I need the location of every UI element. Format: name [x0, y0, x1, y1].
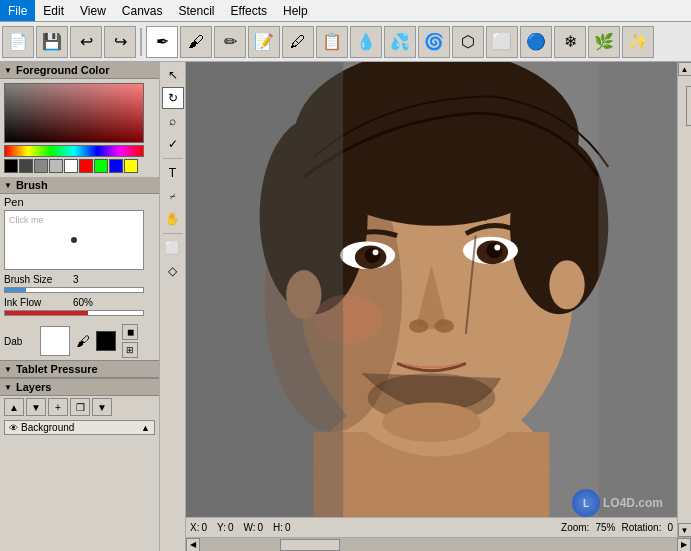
svg-point-18	[409, 319, 429, 333]
scroll-up-button[interactable]: ▲	[678, 62, 692, 76]
tool-transform[interactable]: ✓	[162, 133, 184, 155]
layer-move-down[interactable]: ▼	[26, 398, 46, 416]
tool-column: ↖ ↻ ⌕ ✓ T ⌿ ✋ ⬜ ◇	[160, 62, 186, 551]
tool-sep-2	[163, 233, 183, 234]
layer-item-background[interactable]: 👁 Background ▲	[4, 420, 155, 435]
brush-arrow: ▼	[4, 181, 12, 190]
toolbar-new[interactable]: 📄	[2, 26, 34, 58]
svg-point-19	[434, 319, 454, 333]
zoom-info: Zoom: 75% Rotation: 0	[561, 522, 673, 533]
swatch-yellow[interactable]	[124, 159, 138, 173]
brush-name: Pen	[4, 196, 155, 208]
layer-new[interactable]: +	[48, 398, 68, 416]
layer-menu[interactable]: ▼	[92, 398, 112, 416]
dab-brush-icon[interactable]: 🖌	[76, 333, 90, 349]
toolbar-fill[interactable]: 🔵	[520, 26, 552, 58]
swatch-black[interactable]	[4, 159, 18, 173]
scroll-thumb[interactable]	[686, 86, 692, 126]
swatch-gray[interactable]	[34, 159, 48, 173]
tool-knife[interactable]: ⌿	[162, 185, 184, 207]
layers-arrow: ▼	[4, 383, 12, 392]
swatch-lightgray[interactable]	[49, 159, 63, 173]
toolbar-smudge[interactable]: 💦	[384, 26, 416, 58]
dab-color-box[interactable]	[96, 331, 116, 351]
toolbar-pencil[interactable]: 📝	[248, 26, 280, 58]
brush-size-label: Brush Size	[4, 274, 69, 285]
swatch-green[interactable]	[94, 159, 108, 173]
rotation-label: Rotation:	[621, 522, 661, 533]
dab-option-2[interactable]: ⊞	[122, 342, 138, 358]
brush-section-header[interactable]: ▼ Brush	[0, 177, 159, 194]
tool-hand[interactable]: ✋	[162, 208, 184, 230]
tool-rotate[interactable]: ↻	[162, 87, 184, 109]
ink-flow-slider[interactable]	[4, 310, 144, 316]
svg-point-21	[382, 403, 480, 442]
menu-edit[interactable]: Edit	[35, 0, 72, 21]
toolbar-blur[interactable]: 🌀	[418, 26, 450, 58]
canvas-with-scroll: L LO4D.com X: 0 Y: 0 W	[186, 62, 691, 537]
toolbar-nature[interactable]: 🌿	[588, 26, 620, 58]
dab-preview[interactable]	[40, 326, 70, 356]
toolbar-freeze[interactable]: ❄	[554, 26, 586, 58]
swatch-blue[interactable]	[109, 159, 123, 173]
foreground-color-area	[0, 79, 159, 177]
swatch-darkgray[interactable]	[19, 159, 33, 173]
layer-move-up[interactable]: ▲	[4, 398, 24, 416]
menu-file[interactable]: File	[0, 0, 35, 21]
menu-canvas[interactable]: Canvas	[114, 0, 171, 21]
tablet-pressure-header[interactable]: ▼ Tablet Pressure	[0, 360, 159, 378]
status-y-value: 0	[228, 522, 234, 533]
color-gradient[interactable]	[4, 83, 144, 143]
status-w-value: 0	[258, 522, 264, 533]
toolbar-dodge[interactable]: ⬡	[452, 26, 484, 58]
menu-help[interactable]: Help	[275, 0, 316, 21]
tool-rect[interactable]: ⬜	[162, 237, 184, 259]
toolbar-brush[interactable]: 🖌	[180, 26, 212, 58]
menu-effects[interactable]: Effects	[223, 0, 275, 21]
toolbar-ink[interactable]: 🖊	[282, 26, 314, 58]
foreground-color-header[interactable]: ▼ Foreground Color	[0, 62, 159, 79]
color-spectrum[interactable]	[4, 145, 144, 157]
brush-preview[interactable]: Click me	[4, 210, 144, 270]
layer-copy[interactable]: ❒	[70, 398, 90, 416]
toolbar-airbrush[interactable]: ✏	[214, 26, 246, 58]
toolbar-eyedropper[interactable]: 💧	[350, 26, 382, 58]
swatch-red[interactable]	[79, 159, 93, 173]
tool-select[interactable]: ↖	[162, 64, 184, 86]
watermark-label: LO4D.com	[603, 496, 663, 510]
canvas-area[interactable]: L LO4D.com X: 0 Y: 0 W	[186, 62, 677, 537]
menubar: File Edit View Canvas Stencil Effects He…	[0, 0, 691, 22]
portrait-illustration	[186, 62, 677, 537]
zoom-label: Zoom:	[561, 522, 589, 533]
toolbar-chalk[interactable]: 📋	[316, 26, 348, 58]
toolbar-redo[interactable]: ↪	[104, 26, 136, 58]
toolbar-special[interactable]: ✨	[622, 26, 654, 58]
tablet-arrow: ▼	[4, 365, 12, 374]
hscroll-left-button[interactable]: ◀	[186, 538, 200, 552]
toolbar-pen[interactable]: ✒	[146, 26, 178, 58]
brush-size-slider[interactable]	[4, 287, 144, 293]
status-w: W: 0	[243, 522, 263, 533]
toolbar-save[interactable]: 💾	[36, 26, 68, 58]
hscroll-right-button[interactable]: ▶	[677, 538, 691, 552]
dab-option-1[interactable]: ◼	[122, 324, 138, 340]
tablet-label: Tablet Pressure	[16, 363, 98, 375]
scroll-down-button[interactable]: ▼	[678, 523, 692, 537]
menu-view[interactable]: View	[72, 0, 114, 21]
layers-label: Layers	[16, 381, 51, 393]
tool-lasso[interactable]: ⌕	[162, 110, 184, 132]
layers-header[interactable]: ▼ Layers	[0, 378, 159, 396]
toolbar-undo[interactable]: ↩	[70, 26, 102, 58]
zoom-value: 75%	[595, 522, 615, 533]
swatch-white[interactable]	[64, 159, 78, 173]
color-gradient-overlay	[5, 84, 143, 142]
tool-diamond[interactable]: ◇	[162, 260, 184, 282]
hscroll-thumb[interactable]	[280, 539, 340, 551]
ink-flow-label: Ink Flow	[4, 297, 69, 308]
hscroll-track[interactable]	[200, 538, 677, 551]
brush-label: Brush	[16, 179, 48, 191]
menu-stencil[interactable]: Stencil	[171, 0, 223, 21]
tool-text[interactable]: T	[162, 162, 184, 184]
dab-section: Dab 🖌 ◼ ⊞	[0, 322, 159, 360]
toolbar-eraser[interactable]: ⬜	[486, 26, 518, 58]
